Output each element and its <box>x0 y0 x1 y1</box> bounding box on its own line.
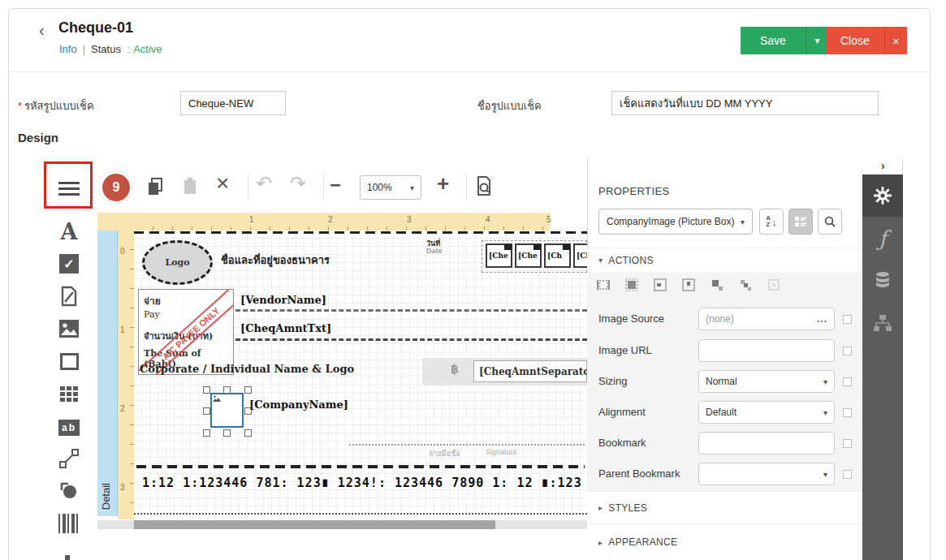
actions-section-header[interactable]: ▾ACTIONS <box>587 248 862 272</box>
resize-handle[interactable] <box>244 386 252 394</box>
parent-bookmark-select[interactable]: ▾ <box>698 463 835 485</box>
date-field[interactable]: [Che <box>515 243 542 268</box>
resize-handle[interactable] <box>223 386 231 394</box>
label-tool-icon[interactable]: A <box>46 218 92 245</box>
bookmark-input[interactable] <box>698 432 835 454</box>
date-boxes-group[interactable]: [Che [Che [Ch [Che [Che <box>482 240 587 273</box>
image-url-label: Image URL <box>598 344 652 356</box>
table-tool-icon[interactable] <box>46 380 92 407</box>
tab-expressions[interactable]: ƒ <box>862 218 903 260</box>
cheque-design-surface[interactable]: Logo ชื่อและที่อยู่ของธนาคาร วันที่ Date… <box>134 230 587 519</box>
styles-section-header[interactable]: ▸STYLES <box>587 491 862 523</box>
control-selector-dropdown[interactable]: CompanyImage (Picture Box) ▾ <box>598 209 753 235</box>
image-url-input[interactable] <box>698 339 835 362</box>
close-x-icon[interactable]: × <box>884 27 907 54</box>
control-selector-value: CompanyImage (Picture Box) <box>607 216 734 227</box>
baht-symbol: ฿ <box>451 362 459 377</box>
cheque-amount-separator-field[interactable]: [CheqAmntSeparator] <box>473 360 587 382</box>
sizing-select[interactable]: Normal ▾ <box>698 370 835 393</box>
resize-handle[interactable] <box>223 429 231 437</box>
code-input[interactable] <box>180 91 286 115</box>
shape-tool-icon[interactable] <box>46 477 92 505</box>
bank-logo-placeholder[interactable]: Logo <box>142 240 213 285</box>
info-link[interactable]: Info <box>59 43 77 55</box>
annotation-rectangle <box>44 162 93 209</box>
center-horizontally-icon[interactable] <box>654 278 667 291</box>
save-button-label[interactable]: Save <box>741 27 806 54</box>
required-asterisk: * <box>18 100 22 112</box>
zoom-level-dropdown[interactable]: 100% ▾ <box>360 175 421 200</box>
date-field[interactable]: [Che <box>486 243 512 268</box>
bank-name-text: ชื่อและที่อยู่ของธนาคาร <box>221 252 330 269</box>
resize-handle[interactable] <box>203 429 210 437</box>
horizontal-scrollbar-thumb[interactable] <box>134 520 495 529</box>
grouped-view-button[interactable] <box>788 209 813 235</box>
tab-report-explorer[interactable] <box>862 302 903 344</box>
fit-to-band-icon[interactable] <box>625 278 638 291</box>
sizing-checkbox[interactable] <box>843 377 852 386</box>
back-icon[interactable]: ‹ <box>39 21 45 40</box>
image-source-input[interactable]: (none) ... <box>698 308 835 330</box>
close-button-label[interactable]: Close <box>826 27 884 54</box>
sizing-label: Sizing <box>598 375 627 387</box>
line-tool-icon[interactable] <box>46 445 92 472</box>
center-vertically-icon[interactable] <box>682 278 695 291</box>
zoom-out-icon[interactable]: − <box>330 174 341 196</box>
checkbox-tool-icon[interactable]: ✓ <box>46 250 92 278</box>
cheque-template-editor: ‹ Cheque-01 Info|Status :Active Save ▾ C… <box>0 0 946 560</box>
search-properties-button[interactable] <box>818 209 842 235</box>
redo-icon[interactable]: ↷ <box>290 172 306 195</box>
tab-data-source[interactable] <box>862 260 903 302</box>
detail-band-strip[interactable]: Detail <box>97 230 118 516</box>
image-url-checkbox[interactable] <box>843 347 852 355</box>
tab-properties-gear[interactable] <box>862 174 903 217</box>
preview-icon[interactable] <box>473 175 495 200</box>
pay-label-th: จ่าย <box>144 293 161 308</box>
parent-bookmark-checkbox[interactable] <box>843 470 852 479</box>
send-to-back-icon[interactable] <box>739 278 752 291</box>
save-dropdown-caret[interactable]: ▾ <box>806 27 828 54</box>
copy-icon[interactable] <box>145 176 166 200</box>
close-button[interactable]: Close × <box>826 27 907 54</box>
org-tree-icon <box>873 314 892 332</box>
alignment-select[interactable]: Default ▾ <box>698 401 835 424</box>
company-image-picture-box[interactable] <box>210 393 244 428</box>
company-name-field[interactable]: [CompanyName] <box>249 398 348 411</box>
undo-icon[interactable]: ↶ <box>256 172 272 195</box>
panel-collapse-icon[interactable]: › <box>881 159 885 172</box>
rectangle-tool-icon[interactable] <box>46 347 92 375</box>
ruler-number: 4 <box>486 215 490 224</box>
character-comb-tool-icon[interactable]: ab <box>46 414 92 442</box>
save-button[interactable]: Save ▾ <box>741 27 828 54</box>
resize-handle[interactable] <box>203 386 210 394</box>
barcode-tool-icon[interactable] <box>46 510 92 537</box>
alignment-checkbox[interactable] <box>843 408 852 417</box>
resize-handle[interactable] <box>244 429 252 437</box>
zoom-in-icon[interactable]: + <box>437 171 449 196</box>
delete-icon[interactable]: × <box>216 170 229 196</box>
ruler-number: 0 <box>120 247 125 256</box>
paste-icon[interactable] <box>180 176 201 200</box>
header-subline: Info|Status :Active <box>59 43 162 55</box>
pay-label-en: Pay <box>144 309 160 320</box>
chart-tool-icon[interactable] <box>46 545 92 560</box>
appearance-section-header[interactable]: ▸APPEARANCE <box>587 523 862 560</box>
name-input[interactable] <box>611 91 879 115</box>
image-source-checkbox[interactable] <box>843 315 852 324</box>
bring-to-front-icon[interactable] <box>711 278 724 291</box>
horizontal-ruler: 1 2 3 4 5 <box>134 213 551 230</box>
date-field[interactable]: [Ch <box>544 243 571 268</box>
resize-handle[interactable] <box>203 407 210 415</box>
cheque-amount-text-field[interactable]: [CheqAmntTxt] <box>240 322 331 334</box>
sort-az-button[interactable]: AZ ↓ <box>759 209 784 235</box>
signature-label-th: ลายมือชื่อ <box>429 448 460 459</box>
picture-tool-icon[interactable] <box>46 315 92 342</box>
ellipsis-button[interactable]: ... <box>817 313 827 325</box>
date-field[interactable]: [Che <box>573 243 587 268</box>
design-canvas[interactable]: 1 2 3 4 5 Detail 0 1 2 3 Logo ชื่อและที่… <box>97 213 587 519</box>
corporate-name-label: Corporate / Individual Name & Logo <box>140 363 354 375</box>
richtext-tool-icon[interactable] <box>46 282 92 310</box>
bookmark-checkbox[interactable] <box>843 439 852 448</box>
fit-to-band-width-icon[interactable] <box>597 278 610 291</box>
vendor-name-field[interactable]: [VendorName] <box>240 294 326 306</box>
